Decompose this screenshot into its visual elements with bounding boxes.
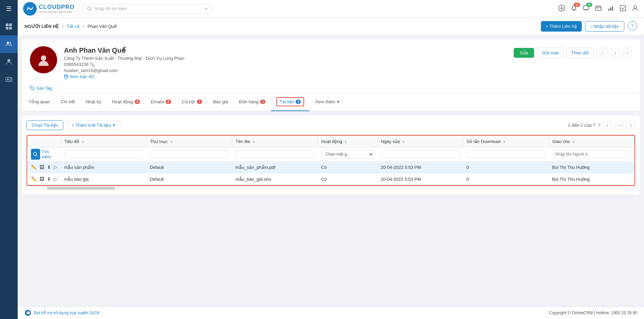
add-document-button[interactable]: + Thêm mới Tài liệu ▾: [67, 120, 120, 130]
col-giacho[interactable]: Giao cho ⇅: [549, 136, 634, 147]
chart-icon[interactable]: [607, 5, 614, 13]
next-record-button[interactable]: ›: [623, 48, 632, 58]
tab-cohoi[interactable]: Cơ hội 1: [177, 95, 208, 109]
filter-row: Tìm kiếm Chọn một g...: [28, 147, 634, 162]
sort-icon-ngaysua: ⇅: [402, 140, 405, 144]
col-hoatdong[interactable]: Hoạt động ⇅: [318, 136, 377, 147]
table-row: ✏️ 🖼 ⬇ ▷ mẫu báo giá Default mẫu_báo_giá…: [28, 173, 634, 185]
tab-badge-donhang: 1: [260, 100, 266, 104]
tab-nhatky[interactable]: Nhật ký: [80, 95, 106, 109]
calendar-icon[interactable]: [595, 5, 602, 13]
add-icon[interactable]: [558, 5, 565, 13]
chat-icon[interactable]: 10: [583, 5, 590, 13]
profile-company: Công Ty TNHH Sản Xuất - Thương Mại - Dịc…: [64, 56, 507, 61]
filter-giacho[interactable]: [552, 150, 631, 158]
share-row-icon[interactable]: ▷: [54, 164, 57, 170]
scrollbar-thumb[interactable]: [47, 187, 115, 190]
avatar: [30, 46, 57, 73]
tab-chitiet[interactable]: Chi tiết: [55, 95, 80, 109]
breadcrumb-sep2: >: [82, 24, 85, 29]
svg-text:💬: 💬: [26, 311, 31, 315]
more-options-pagination-button[interactable]: ⋯: [615, 121, 624, 130]
document-table-wrapper: Tiêu đề ⇅ Thư mục ⇅ Tên file ⇅: [27, 135, 635, 186]
tabs: Tổng quan Chi tiết Nhật ký Hoạt động 4 E…: [22, 93, 640, 111]
cell-giacho-2: Bùi Thị Thu Hường: [549, 173, 634, 185]
filter-thumuc[interactable]: [150, 150, 229, 158]
profile-area: Anh Phan Văn Quế Công Ty TNHH Sản Xuất -…: [22, 39, 640, 93]
svg-rect-1: [9, 23, 12, 26]
download-row2-icon[interactable]: ⬇: [47, 176, 51, 182]
col-thumuc[interactable]: Thư mục ⇅: [146, 136, 232, 147]
profile-email: hoatien_lam15@gmail.com: [64, 68, 507, 73]
tab-tailieu[interactable]: Tài liệu 2: [271, 93, 310, 111]
svg-point-28: [65, 75, 67, 77]
edit-row2-icon[interactable]: ✏️: [31, 176, 37, 182]
tab-baogía[interactable]: Báo giá: [208, 95, 233, 109]
cell-solandownload-2: 0: [463, 173, 549, 185]
logo-icon: [23, 2, 37, 16]
svg-point-4: [7, 42, 9, 44]
doc-toolbar: Chọn Tài liệu + Thêm mới Tài liệu ▾ 1 đế…: [27, 120, 635, 130]
bell-icon[interactable]: 47: [571, 5, 577, 13]
profile-map[interactable]: Xem bản đồ: [64, 74, 507, 79]
search-submit-button[interactable]: [31, 149, 40, 160]
follow-button[interactable]: Theo dõi: [566, 48, 594, 58]
tab-xemthem[interactable]: Xem thêm ▾: [310, 95, 345, 109]
cell-tieude-2: mẫu báo giá: [61, 173, 147, 185]
col-tenfile[interactable]: Tên file ⇅: [232, 136, 318, 147]
col-solandownload[interactable]: Số lần Download ⇅: [463, 136, 549, 147]
more-options-button[interactable]: ⋮: [596, 48, 608, 58]
help-button[interactable]: ?: [628, 21, 637, 31]
svg-point-8: [7, 79, 9, 81]
cell-solandownload-1: 0: [463, 161, 549, 173]
filter-ngaysua[interactable]: [381, 150, 460, 158]
add-contact-button[interactable]: + Thêm Liên hệ: [541, 21, 581, 32]
cell-tenfile-1: mẫu_sản_phẩm.pdf: [232, 161, 318, 173]
filter-tieude[interactable]: [64, 150, 143, 158]
filter-tenfile[interactable]: [235, 150, 314, 158]
col-tieude[interactable]: Tiêu đề ⇅: [61, 136, 147, 147]
sidebar-item-contacts[interactable]: [0, 35, 18, 53]
prev-page-button[interactable]: ‹: [603, 121, 612, 130]
search-label: Tìm kiếm: [42, 149, 57, 159]
sidebar-item-idcard[interactable]: [0, 71, 18, 88]
breadcrumb-sep1: >: [61, 24, 64, 29]
user-icon[interactable]: [632, 5, 639, 13]
image-row-icon[interactable]: 🖼: [39, 164, 44, 170]
image-row2-icon[interactable]: 🖼: [39, 176, 44, 182]
download-row-icon[interactable]: ⬇: [47, 164, 51, 170]
edit-button[interactable]: Sửa: [514, 48, 534, 58]
breadcrumb-current: Phan Văn Quế: [87, 24, 117, 29]
breadcrumb-link-all[interactable]: Tất cả: [67, 24, 80, 29]
edit-row-icon[interactable]: ✏️: [31, 164, 37, 170]
horizontal-scrollbar[interactable]: [27, 186, 635, 190]
tab-tongquan[interactable]: Tổng quan: [23, 95, 55, 109]
sidebar-item-dashboard[interactable]: [0, 18, 18, 35]
chat-widget[interactable]: 💬 Bot hỗ trợ sử dụng trực tuyến 24/24: [24, 309, 99, 316]
share-row2-icon[interactable]: ▷: [54, 176, 57, 182]
import-button[interactable]: ↓ Nhập dữ liệu: [585, 21, 624, 32]
filter-hoatdong[interactable]: Chọn một g...: [321, 150, 374, 159]
tab-emails[interactable]: Emails 8: [145, 95, 177, 109]
topnav: CLOUDPRO YOUR CRM BY INDUSTRY Nhập để tì…: [18, 0, 644, 18]
search-bar[interactable]: Nhập để tìm kiếm ▾: [83, 4, 212, 14]
next-page-button[interactable]: ›: [626, 121, 635, 130]
checkbox-icon[interactable]: [620, 5, 626, 13]
choose-document-button[interactable]: Chọn Tài liệu: [27, 120, 63, 130]
tab-tailieu-box: Tài liệu 2: [276, 97, 304, 106]
tab-hoatdong[interactable]: Hoạt động 4: [106, 95, 145, 109]
svg-point-29: [31, 87, 32, 88]
col-ngaysua[interactable]: Ngày sửa ⇅: [377, 136, 463, 147]
logo: CLOUDPRO YOUR CRM BY INDUSTRY: [23, 2, 75, 16]
profile-info: Anh Phan Văn Quế Công Ty TNHH Sản Xuất -…: [64, 46, 507, 79]
filter-solandownload[interactable]: [466, 150, 545, 158]
svg-rect-7: [6, 77, 12, 82]
sidebar-hamburger[interactable]: ☰: [0, 0, 18, 18]
gan-tag[interactable]: Gán Tag: [30, 84, 632, 93]
tab-donhang[interactable]: Đơn hàng 1: [233, 95, 271, 109]
send-email-button[interactable]: Gửi mail: [537, 48, 563, 58]
profile-header: Anh Phan Văn Quế Công Ty TNHH Sản Xuất -…: [30, 46, 632, 84]
chat-badge: 10: [586, 3, 592, 7]
sidebar-item-person[interactable]: [0, 53, 18, 71]
prev-record-button[interactable]: ‹: [611, 48, 620, 58]
